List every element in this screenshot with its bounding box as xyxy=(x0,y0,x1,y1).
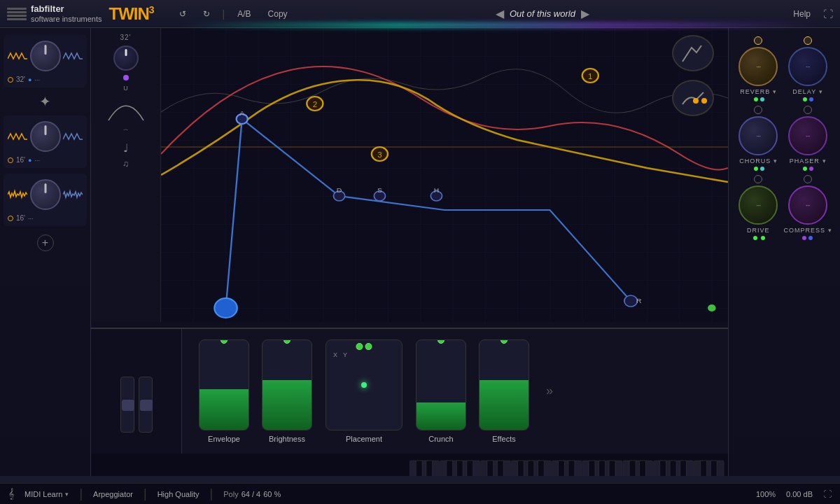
drive-power-button[interactable] xyxy=(754,175,762,183)
svg-rect-64 xyxy=(568,461,575,476)
svg-text:H: H xyxy=(434,187,440,194)
delay-indicators xyxy=(802,97,813,102)
noise-level-knob[interactable] xyxy=(30,179,61,210)
zoom-item[interactable]: 100% xyxy=(756,490,776,498)
sep3: | xyxy=(210,486,214,501)
effects-grid: ··· REVERB ▾ ··· xyxy=(734,34,834,243)
quality-item[interactable]: High Quality xyxy=(158,490,200,498)
drive-indicators xyxy=(752,236,765,240)
chorus-green-dot xyxy=(754,167,758,171)
envelope-slot-body[interactable] xyxy=(199,340,249,430)
oscillator-panel: 32' ● ··· ✦ xyxy=(0,28,91,476)
redo-button[interactable]: ↻ xyxy=(199,8,214,20)
pitch-slider-2[interactable] xyxy=(139,377,153,433)
piano-keys-container[interactable] xyxy=(410,454,724,476)
noise-controls: 16' ··· xyxy=(8,214,83,222)
phaser-dropdown-arrow[interactable]: ▾ xyxy=(822,158,826,164)
svg-text:3: 3 xyxy=(377,151,382,159)
ab-button[interactable]: A/B xyxy=(233,8,255,20)
midi-learn-label[interactable]: MIDI Learn xyxy=(24,490,62,498)
note-icon[interactable]: ♩ xyxy=(123,141,129,155)
filter-shape-button[interactable] xyxy=(672,35,714,71)
pitch-thumb-2[interactable] xyxy=(140,400,153,411)
chorus-dropdown-arrow[interactable]: ▾ xyxy=(774,158,777,164)
chorus-power-button[interactable] xyxy=(754,106,762,114)
poly-voices[interactable]: 64 / 4 xyxy=(241,490,261,498)
arpeggiator-label[interactable]: Arpeggiator xyxy=(93,490,133,498)
osc2-dots: ··· xyxy=(34,157,40,164)
delay-blue-dot xyxy=(809,97,813,102)
placement-label: Placement xyxy=(346,435,382,443)
phaser-power-button[interactable] xyxy=(804,106,812,114)
compress-power-button[interactable] xyxy=(804,175,812,183)
brightness-fill xyxy=(262,380,312,429)
gain-label[interactable]: 0.00 dB xyxy=(786,490,813,498)
midi-learn-arrow[interactable]: ▾ xyxy=(65,491,69,498)
zoom-label[interactable]: 100% xyxy=(756,490,776,498)
effects-slot-body[interactable] xyxy=(479,340,529,430)
filter-cutoff-knob[interactable] xyxy=(113,46,139,71)
piano-keyboard[interactable] xyxy=(91,454,728,476)
placement-slot-body[interactable]: X Y xyxy=(326,340,402,430)
resize-handle[interactable]: ⛶ xyxy=(823,489,832,499)
expand-button[interactable]: ⛶ xyxy=(823,8,833,20)
piano-svg xyxy=(94,454,410,476)
delay-knob[interactable]: ··· xyxy=(788,47,827,86)
chorus-power-row xyxy=(737,106,779,114)
osc1-pitch-knob[interactable] xyxy=(30,41,61,71)
twin-logo: TWIN3 xyxy=(108,4,153,24)
copy-button[interactable]: Copy xyxy=(264,8,292,20)
svg-point-20 xyxy=(693,98,699,104)
phaser-purple-dot xyxy=(809,167,813,171)
svg-rect-63 xyxy=(559,461,565,476)
resize-icon[interactable]: ⛶ xyxy=(823,489,832,499)
delay-power-button[interactable] xyxy=(804,36,812,45)
phaser-knob[interactable]: ··· xyxy=(788,116,827,155)
midi-learn-item[interactable]: MIDI Learn ▾ xyxy=(24,490,69,498)
undo-button[interactable]: ↺ xyxy=(175,8,190,20)
status-bar: 𝄞 MIDI Learn ▾ | Arpeggiator | High Qual… xyxy=(0,483,840,504)
quality-label[interactable]: High Quality xyxy=(158,490,200,498)
osc2-pitch-label: 16' xyxy=(16,156,25,164)
preset-name[interactable]: Out of this world xyxy=(510,8,575,19)
pitch-thumb-1[interactable] xyxy=(122,400,134,411)
svg-point-10 xyxy=(214,298,237,318)
reverb-knob[interactable]: ··· xyxy=(738,47,778,86)
compress-knob[interactable]: ··· xyxy=(788,186,827,225)
main-display[interactable]: 1 2 3 A xyxy=(161,28,728,322)
center-panel: 32' U ⌒ ♩ ♫ xyxy=(91,28,728,476)
drive-knob[interactable]: ··· xyxy=(738,186,778,225)
note2-icon[interactable]: ♫ xyxy=(122,159,129,169)
poly-item[interactable]: Poly 64 / 4 60 % xyxy=(223,490,281,498)
svg-rect-54 xyxy=(426,461,433,476)
compress-dropdown-arrow[interactable]: ▾ xyxy=(828,227,832,234)
osc2-power[interactable] xyxy=(8,158,13,163)
osc2-pitch-knob[interactable] xyxy=(30,121,61,152)
prev-preset-button[interactable]: ◀ xyxy=(496,7,504,20)
svg-rect-59 xyxy=(497,461,503,476)
pitch-slider-1[interactable] xyxy=(120,377,134,433)
delay-dropdown-arrow[interactable]: ▾ xyxy=(819,88,822,95)
chorus-indicators xyxy=(752,167,764,171)
arpeggiator-item[interactable]: Arpeggiator xyxy=(93,490,133,498)
crunch-label: Crunch xyxy=(428,435,453,443)
synth-top: 32' U ⌒ ♩ ♫ xyxy=(91,28,728,322)
xy-x-label: X xyxy=(333,351,337,358)
chorus-knob[interactable]: ··· xyxy=(738,116,778,155)
next-preset-button[interactable]: ▶ xyxy=(581,7,589,20)
crunch-slot-body[interactable] xyxy=(416,340,466,430)
compress-cell: ··· COMPRESS ▾ xyxy=(783,175,832,240)
reverb-teal-dot xyxy=(760,97,764,102)
gain-item[interactable]: 0.00 dB xyxy=(786,490,813,498)
reverb-name: REVERB xyxy=(740,88,770,95)
add-oscillator-button[interactable]: + xyxy=(37,234,54,251)
poly-volume[interactable]: 60 % xyxy=(263,490,281,498)
more-slots-button[interactable]: » xyxy=(546,384,553,398)
help-button[interactable]: Help xyxy=(793,9,811,19)
noise-power[interactable] xyxy=(8,216,13,221)
drive-power-row xyxy=(737,175,779,183)
brightness-slot-body[interactable] xyxy=(262,340,312,430)
reverb-dropdown-arrow[interactable]: ▾ xyxy=(773,88,776,95)
osc1-power[interactable] xyxy=(8,77,13,83)
reverb-power-button[interactable] xyxy=(754,36,762,45)
